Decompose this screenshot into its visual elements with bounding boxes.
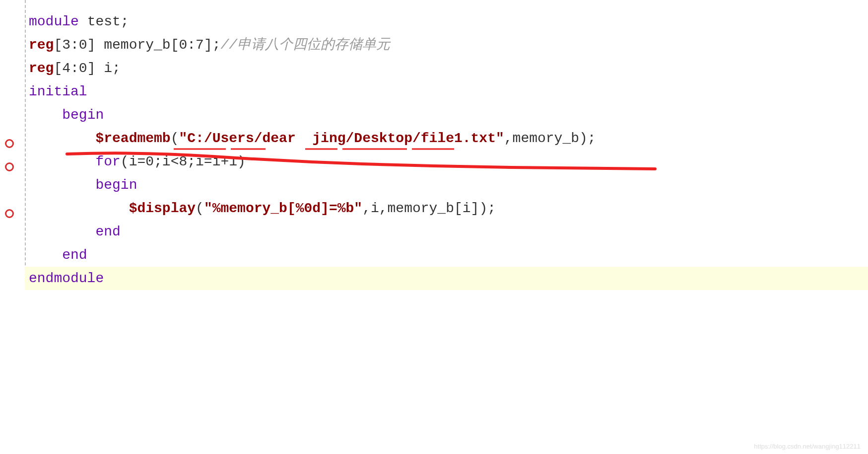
code-line[interactable]: for(i=0;i<8;i=i+1)	[25, 150, 868, 173]
semicolon: ;	[121, 14, 129, 29]
code-line[interactable]: $display("%memory_b[%0d]=%b",i,memory_b[…	[25, 197, 868, 220]
keyword-end: end	[62, 247, 87, 263]
range: [3:0]	[54, 37, 95, 53]
paren-open: (	[196, 201, 204, 216]
semicolon: ;	[487, 201, 496, 216]
index: [0:7]	[171, 37, 212, 53]
keyword-initial: initial	[29, 84, 87, 99]
identifier: memory_b	[95, 37, 170, 53]
code-line[interactable]: end	[25, 243, 868, 267]
code-line[interactable]: reg[3:0] memory_b[0:7];//申请八个四位的存储单元	[25, 33, 868, 57]
args: ,i,memory_b[i])	[362, 201, 487, 216]
indent	[29, 131, 95, 146]
breakpoint-marker[interactable]	[5, 162, 14, 171]
paren-open: (	[171, 131, 179, 146]
range: [4:0]	[54, 61, 95, 76]
comma: ,	[504, 131, 513, 146]
keyword-begin: begin	[95, 177, 137, 193]
for-condition: (i=0;i<8;i=i+1)	[121, 154, 246, 169]
code-editor[interactable]: module test; reg[3:0] memory_b[0:7];//申请…	[0, 0, 868, 290]
paren-close: )	[579, 131, 588, 146]
indent	[29, 224, 95, 239]
system-task-display: $display	[129, 201, 196, 216]
identifier: i	[95, 61, 112, 76]
string-literal: "%memory_b[%0d]=%b"	[204, 201, 362, 216]
code-line[interactable]: module test;	[25, 10, 868, 33]
keyword-endmodule: endmodule	[29, 271, 104, 286]
comment: //申请八个四位的存储单元	[221, 37, 391, 53]
indent	[29, 201, 129, 216]
code-line[interactable]: $readmemb("C:/Users/dear jing/Desktop/fi…	[25, 127, 868, 150]
indent	[29, 247, 62, 263]
code-line[interactable]: initial	[25, 80, 868, 103]
system-task-readmemb: $readmemb	[95, 131, 170, 146]
code-line[interactable]: begin	[25, 173, 868, 197]
indent	[29, 177, 95, 193]
breakpoint-marker[interactable]	[5, 209, 14, 218]
indent	[29, 154, 95, 169]
semicolon: ;	[212, 37, 221, 53]
keyword-begin: begin	[62, 107, 104, 123]
watermark: https://blog.csdn.net/wangjing112211	[754, 443, 861, 450]
keyword-module: module	[29, 14, 79, 29]
keyword-reg: reg	[29, 37, 54, 53]
code-line[interactable]: begin	[25, 103, 868, 127]
semicolon: ;	[588, 131, 596, 146]
indent	[29, 107, 62, 123]
keyword-end: end	[95, 224, 120, 239]
keyword-for: for	[95, 154, 120, 169]
code-area[interactable]: module test; reg[3:0] memory_b[0:7];//申请…	[25, 10, 868, 290]
code-line[interactable]: end	[25, 220, 868, 243]
identifier: memory_b	[513, 131, 579, 146]
breakpoint-marker[interactable]	[5, 139, 14, 148]
code-line[interactable]: reg[4:0] i;	[25, 57, 868, 80]
semicolon: ;	[112, 61, 121, 76]
code-line-highlighted[interactable]: endmodule	[25, 267, 868, 290]
identifier: test	[79, 14, 121, 29]
keyword-reg: reg	[29, 61, 54, 76]
string-literal: "C:/Users/dear jing/Desktop/file1.txt"	[179, 131, 504, 146]
